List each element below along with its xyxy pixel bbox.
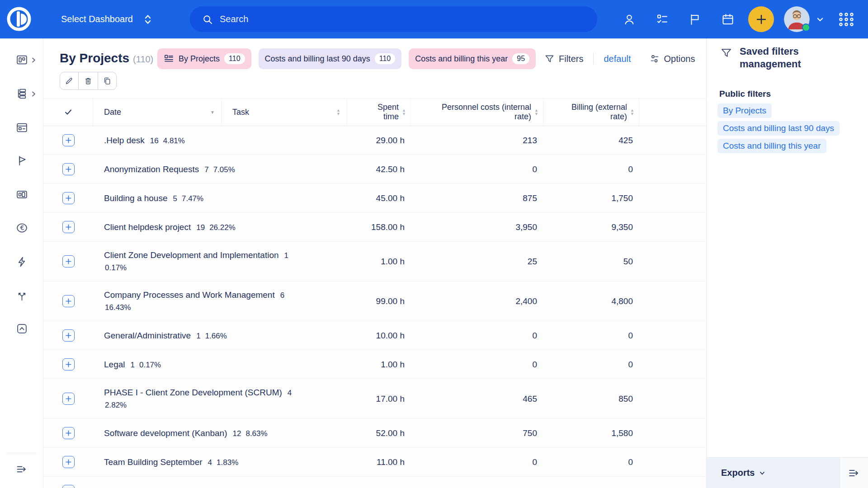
sidebar-item-integrations[interactable] xyxy=(0,282,43,309)
expand-row-button[interactable] xyxy=(62,255,75,267)
expand-row-button[interactable] xyxy=(62,134,75,146)
percent-share: 2.82% xyxy=(105,399,347,411)
filter-link-by-projects[interactable]: By Projects xyxy=(717,103,772,118)
app-logo[interactable] xyxy=(5,5,33,33)
spent-time-cell: 158.00 h xyxy=(347,222,411,232)
task-count: 5 xyxy=(173,194,177,203)
column-header-spent-time[interactable]: Spent time ▲▼ xyxy=(347,99,411,126)
chevron-right-icon[interactable] xyxy=(31,91,36,97)
chip-by-projects[interactable]: By Projects 110 xyxy=(157,48,251,69)
billing-cell: 425 xyxy=(543,136,639,145)
project-name-cell: Software development (Kanban)128.63% xyxy=(93,427,347,440)
filters-button[interactable]: Filters xyxy=(544,54,583,64)
select-all-header[interactable] xyxy=(43,99,93,126)
project-name-cell: Legal10.17% xyxy=(93,358,347,371)
chevron-right-icon[interactable] xyxy=(31,57,36,63)
chip-label: Costs and billing this year xyxy=(415,54,508,64)
search-input[interactable] xyxy=(220,14,536,24)
collapse-panel-button[interactable] xyxy=(840,457,868,488)
column-header-task[interactable]: Task ▲▼ xyxy=(222,99,347,126)
expand-row-button[interactable] xyxy=(62,393,75,405)
spent-time-cell: 52.00 h xyxy=(347,428,411,438)
spent-time-cell: 17.00 h xyxy=(347,394,411,404)
column-header-billing[interactable]: Billing (external rate) ▲▼ xyxy=(543,99,639,126)
chip-count-badge: 110 xyxy=(224,53,245,64)
sidebar-item-archive[interactable] xyxy=(0,315,43,342)
expand-row-button[interactable] xyxy=(62,485,75,488)
billing-cell: 1,750 xyxy=(543,193,639,203)
table-header: Date ▼ Task ▲▼ Spent time ▲▼ Personnel c… xyxy=(43,98,706,126)
personnel-costs-cell: 0 xyxy=(411,164,543,174)
task-count: 6 xyxy=(280,291,284,300)
project-name: Building a house xyxy=(104,193,168,203)
expand-row-button[interactable] xyxy=(62,329,75,342)
column-header-actions xyxy=(639,99,706,126)
expand-sidebar-button[interactable] xyxy=(0,455,43,483)
percent-share: 4.81% xyxy=(163,136,185,145)
spent-time-cell: 1.00 h xyxy=(347,257,411,267)
table-row: .Help desk164.81% 29.00 h 213 425 xyxy=(43,126,706,155)
calendar-icon[interactable] xyxy=(721,12,735,27)
filter-link-costs-this-year[interactable]: Costs and billing this year xyxy=(717,139,826,153)
apps-grid-icon[interactable] xyxy=(837,10,855,28)
plus-icon xyxy=(65,459,72,465)
chip-costs-this-year[interactable]: Costs and billing this year 95 xyxy=(409,48,536,69)
dashboard-selector[interactable]: Select Dashboard xyxy=(61,0,154,38)
project-name: Client helpdesk project xyxy=(104,222,191,232)
duplicate-filter-button[interactable] xyxy=(98,72,117,90)
project-name-cell: Team Building September41.83% xyxy=(93,456,347,469)
expand-row-button[interactable] xyxy=(62,163,75,175)
saved-filters-panel: Saved filters management Public filters … xyxy=(706,38,868,488)
percent-share: 0.17% xyxy=(105,262,347,274)
sidebar-item-actions[interactable] xyxy=(0,248,43,275)
chip-costs-90-days[interactable]: Costs and billing last 90 days 110 xyxy=(259,48,402,69)
personnel-costs-cell: 2,425 xyxy=(411,486,543,488)
expand-row-button[interactable] xyxy=(62,192,75,204)
trash-icon xyxy=(84,76,93,85)
expand-row-button[interactable] xyxy=(62,456,75,468)
project-name-cell: Company Processes and Work Management616… xyxy=(93,289,347,314)
project-name-cell: Building a house57.47% xyxy=(93,192,347,205)
plus-icon xyxy=(65,298,72,305)
public-filter-links: By Projects Costs and billing last 90 da… xyxy=(717,103,840,153)
row-select-cell xyxy=(43,134,93,146)
flag-icon[interactable] xyxy=(688,12,702,27)
column-header-personnel-costs[interactable]: Personnel costs (internal rate) ▲▼ xyxy=(411,99,543,126)
sidebar-item-finance[interactable]: € xyxy=(0,214,43,241)
options-button[interactable]: Options xyxy=(649,53,695,64)
create-new-button[interactable] xyxy=(748,6,774,32)
delete-filter-button[interactable] xyxy=(79,72,98,90)
sidebar-item-projects-tree[interactable] xyxy=(0,80,43,107)
edit-filter-button[interactable] xyxy=(60,72,79,90)
sidebar-item-dashboard[interactable] xyxy=(0,46,43,73)
chevron-down-icon xyxy=(759,469,766,477)
expand-row-button[interactable] xyxy=(62,221,75,233)
column-header-date[interactable]: Date ▼ xyxy=(93,99,222,126)
page-title-count: (110) xyxy=(133,54,153,64)
exports-label: Exports xyxy=(721,468,755,478)
sidebar-divider xyxy=(6,453,37,453)
topbar: Select Dashboard xyxy=(0,0,868,38)
expand-row-button[interactable] xyxy=(62,295,75,307)
sidebar-item-modules[interactable] xyxy=(0,181,43,208)
sidebar-item-cards[interactable] xyxy=(0,114,43,141)
avatar-chevron-down-icon[interactable] xyxy=(814,13,826,26)
plus-icon xyxy=(65,224,72,230)
checklist-icon[interactable] xyxy=(655,12,670,27)
filter-link-costs-90-days[interactable]: Costs and billing last 90 days xyxy=(717,121,840,136)
project-name: Software development (Kanban) xyxy=(104,428,227,438)
user-icon[interactable] xyxy=(622,12,637,27)
project-name: .Help desk xyxy=(104,136,145,145)
table-row: Waterfall - Implementation of IS2420.74%… xyxy=(43,477,706,488)
expand-row-button[interactable] xyxy=(62,427,75,439)
personnel-costs-cell: 875 xyxy=(411,193,543,203)
svg-text:€: € xyxy=(20,224,24,231)
billing-cell: 1,580 xyxy=(543,428,639,438)
task-count: 12 xyxy=(233,429,241,438)
sidebar-item-milestones[interactable] xyxy=(0,147,43,174)
default-filter-link[interactable]: default xyxy=(604,54,631,64)
exports-button[interactable]: Exports xyxy=(721,468,766,478)
expand-row-button[interactable] xyxy=(62,358,75,371)
row-select-cell xyxy=(43,358,93,371)
dashboard-selector-label: Select Dashboard xyxy=(61,14,133,24)
